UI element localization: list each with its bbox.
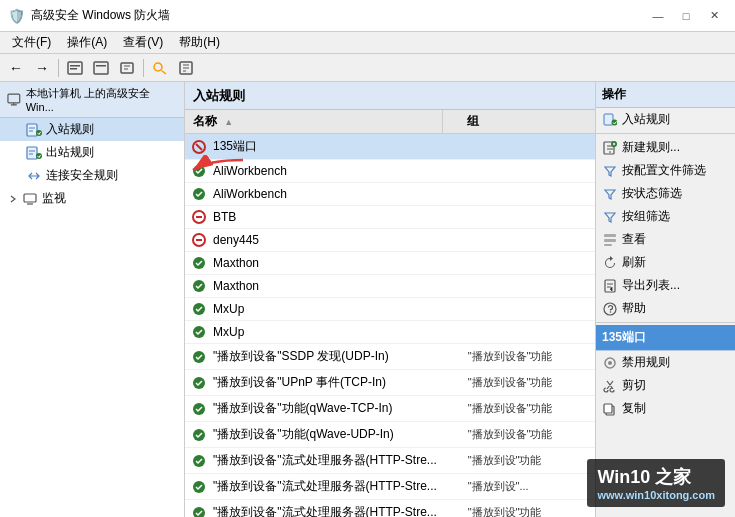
svg-rect-11 bbox=[27, 147, 37, 159]
action-filter-group-text: 按组筛选 bbox=[622, 208, 670, 225]
rule-name: Maxthon bbox=[209, 277, 464, 295]
sidebar-item-inbound[interactable]: 入站规则 bbox=[0, 118, 184, 141]
left-panel: 本地计算机 上的高级安全 Win... 入站规则 出站规则 连接安全规则 监视 bbox=[0, 82, 185, 517]
rule-row[interactable]: "播放到设备"流式处理服务器(HTTP-Stre... "播放到设"功能 bbox=[185, 500, 595, 517]
rule-group bbox=[464, 215, 595, 219]
center-title: 入站规则 bbox=[193, 87, 245, 105]
action-refresh[interactable]: 刷新 bbox=[596, 251, 735, 274]
window-controls: — □ ✕ bbox=[645, 6, 727, 26]
maximize-button[interactable]: □ bbox=[673, 6, 699, 26]
toolbar-btn-3[interactable] bbox=[115, 57, 139, 79]
expand-icon bbox=[8, 194, 18, 204]
rule-row[interactable]: "播放到设备"功能(qWave-UDP-In) "播放到设备"功能 bbox=[185, 422, 595, 448]
rules-list[interactable]: 135端口 AliWorkbench AliWorkbench bbox=[185, 134, 595, 517]
svg-point-6 bbox=[154, 63, 162, 71]
inbound-icon bbox=[26, 123, 42, 137]
rule-row[interactable]: 135端口 bbox=[185, 134, 595, 160]
rule-name: MxUp bbox=[209, 300, 464, 318]
table-header: 名称 ▲ 组 bbox=[185, 110, 595, 134]
rule-row[interactable]: "播放到设备"流式处理服务器(HTTP-Stre... "播放到设"... bbox=[185, 474, 595, 500]
toolbar-btn-1[interactable] bbox=[63, 57, 87, 79]
rule-row[interactable]: deny445 bbox=[185, 229, 595, 252]
sidebar-item-monitor[interactable]: 监视 bbox=[0, 187, 184, 210]
rule-row[interactable]: BTB bbox=[185, 206, 595, 229]
action-disable-rule[interactable]: 禁用规则 bbox=[596, 351, 735, 374]
watermark-url: www.win10xitong.com bbox=[597, 489, 715, 501]
rule-status-icon bbox=[189, 139, 209, 155]
action-inbound-label[interactable]: 入站规则 bbox=[596, 108, 735, 131]
back-button[interactable]: ← bbox=[4, 57, 28, 79]
menu-help[interactable]: 帮助(H) bbox=[171, 32, 228, 53]
rule-name: BTB bbox=[209, 208, 464, 226]
rule-row[interactable]: "播放到设备"流式处理服务器(HTTP-Stre... "播放到设"功能 bbox=[185, 448, 595, 474]
rule-group bbox=[464, 307, 595, 311]
action-export-text: 导出列表... bbox=[622, 277, 680, 294]
action-cut[interactable]: 剪切 bbox=[596, 374, 735, 397]
rule-name: AliWorkbench bbox=[209, 162, 464, 180]
action-new-rule[interactable]: 新建规则... bbox=[596, 136, 735, 159]
rule-row[interactable]: MxUp bbox=[185, 321, 595, 344]
rule-row[interactable]: "播放到设备"SSDP 发现(UDP-In) "播放到设备"功能 bbox=[185, 344, 595, 370]
rule-name: deny445 bbox=[209, 231, 464, 249]
forward-button[interactable]: → bbox=[30, 57, 54, 79]
menu-view[interactable]: 查看(V) bbox=[115, 32, 171, 53]
rule-name: "播放到设备"流式处理服务器(HTTP-Stre... bbox=[209, 502, 464, 517]
scroll-spacer bbox=[443, 110, 459, 133]
rule-row[interactable]: Maxthon bbox=[185, 252, 595, 275]
title-bar: 🛡️ 高级安全 Windows 防火墙 — □ ✕ bbox=[0, 0, 735, 32]
action-filter-status[interactable]: 按状态筛选 bbox=[596, 182, 735, 205]
right-panel: 操作 入站规则 新建规则... 按配置文件筛选 bbox=[595, 82, 735, 517]
rule-row[interactable]: "播放到设备"UPnP 事件(TCP-In) "播放到设备"功能 bbox=[185, 370, 595, 396]
app-icon: 🛡️ bbox=[8, 8, 25, 24]
sidebar-item-outbound[interactable]: 出站规则 bbox=[0, 141, 184, 164]
rule-name: "播放到设备"功能(qWave-TCP-In) bbox=[209, 398, 464, 419]
tree-header-label: 本地计算机 上的高级安全 Win... bbox=[26, 86, 178, 113]
toolbar-btn-5[interactable] bbox=[174, 57, 198, 79]
minimize-button[interactable]: — bbox=[645, 6, 671, 26]
menu-bar: 文件(F) 操作(A) 查看(V) 帮助(H) bbox=[0, 32, 735, 54]
sidebar-outbound-label: 出站规则 bbox=[46, 144, 94, 161]
action-view-text: 查看 bbox=[622, 231, 646, 248]
rule-row[interactable]: Maxthon bbox=[185, 275, 595, 298]
rule-row[interactable]: AliWorkbench bbox=[185, 160, 595, 183]
rule-row[interactable]: MxUp bbox=[185, 298, 595, 321]
rule-status-icon bbox=[189, 349, 209, 365]
rule-status-icon bbox=[189, 505, 209, 518]
rule-group: "播放到设备"功能 bbox=[464, 373, 595, 392]
toolbar-btn-2[interactable] bbox=[89, 57, 113, 79]
sidebar-item-connection[interactable]: 连接安全规则 bbox=[0, 164, 184, 187]
rule-group bbox=[464, 284, 595, 288]
close-button[interactable]: ✕ bbox=[701, 6, 727, 26]
rule-status-icon bbox=[189, 427, 209, 443]
col-name-header: 名称 ▲ bbox=[185, 110, 443, 133]
action-filter-profile-text: 按配置文件筛选 bbox=[622, 162, 706, 179]
action-export[interactable]: 导出列表... bbox=[596, 274, 735, 297]
refresh-icon bbox=[602, 255, 618, 271]
filter-status-icon bbox=[602, 186, 618, 202]
actions-section-header: 操作 bbox=[596, 82, 735, 108]
action-inbound-text: 入站规则 bbox=[622, 111, 670, 128]
menu-file[interactable]: 文件(F) bbox=[4, 32, 59, 53]
svg-point-44 bbox=[610, 311, 612, 313]
action-copy[interactable]: 复制 bbox=[596, 397, 735, 420]
disable-rule-icon bbox=[602, 355, 618, 371]
rule-group: "播放到设"功能 bbox=[464, 503, 595, 517]
action-refresh-text: 刷新 bbox=[622, 254, 646, 271]
watermark-brand: Win10 之家 bbox=[597, 465, 715, 489]
svg-rect-5 bbox=[121, 63, 133, 73]
toolbar-btn-key[interactable] bbox=[148, 57, 172, 79]
rule-name: 135端口 bbox=[209, 136, 464, 157]
rule-row[interactable]: "播放到设备"功能(qWave-TCP-In) "播放到设备"功能 bbox=[185, 396, 595, 422]
action-filter-status-text: 按状态筛选 bbox=[622, 185, 682, 202]
inbound-rules-icon bbox=[602, 112, 618, 128]
menu-action[interactable]: 操作(A) bbox=[59, 32, 115, 53]
svg-rect-42 bbox=[605, 280, 615, 292]
action-help[interactable]: 帮助 bbox=[596, 297, 735, 320]
action-view[interactable]: 查看 bbox=[596, 228, 735, 251]
help-icon bbox=[602, 301, 618, 317]
action-filter-profile[interactable]: 按配置文件筛选 bbox=[596, 159, 735, 182]
rule-status-icon bbox=[189, 375, 209, 391]
svg-point-32 bbox=[193, 507, 205, 518]
rule-row[interactable]: AliWorkbench bbox=[185, 183, 595, 206]
action-filter-group[interactable]: 按组筛选 bbox=[596, 205, 735, 228]
